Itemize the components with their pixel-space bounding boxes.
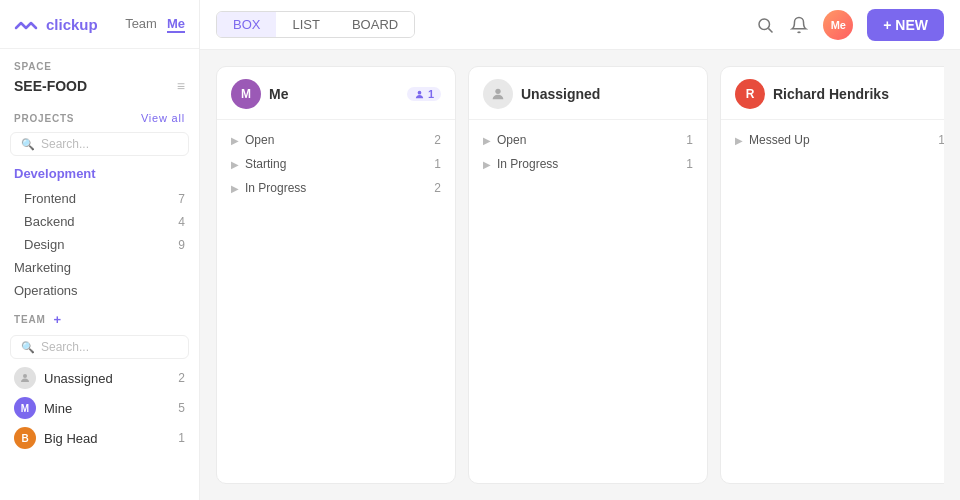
board-col-richard: RRichard Hendriks▶ Messed Up 1	[720, 66, 944, 484]
user-avatar[interactable]: Me	[823, 10, 853, 40]
status-name: In Progress	[497, 157, 680, 171]
svg-point-4	[495, 89, 500, 94]
bighead-label: Big Head	[44, 431, 97, 446]
status-name: In Progress	[245, 181, 428, 195]
space-name: SEE-FOOD ≡	[0, 76, 199, 104]
tab-box[interactable]: BOX	[217, 12, 276, 37]
col-header-me: MMe 1	[217, 67, 455, 120]
status-count: 2	[434, 133, 441, 147]
col-name-richard: Richard Hendriks	[773, 86, 944, 102]
chevron-right-icon: ▶	[231, 183, 239, 194]
sidebar-logo-area: clickup Team Me	[0, 0, 199, 49]
topbar-left: BOX LIST BOARD	[216, 11, 415, 38]
status-row-richard-0[interactable]: ▶ Messed Up 1	[721, 128, 944, 152]
team-search-box[interactable]: 🔍 Search...	[10, 335, 189, 359]
col-body-richard: ▶ Messed Up 1	[721, 120, 944, 483]
col-name-me: Me	[269, 86, 399, 102]
status-count: 1	[938, 133, 944, 147]
sidebar-item-design[interactable]: Design 9	[0, 233, 199, 256]
status-count: 2	[434, 181, 441, 195]
col-avatar-me: M	[231, 79, 261, 109]
team-search-placeholder: Search...	[41, 340, 89, 354]
col-body-me: ▶ Open 2▶ Starting 1▶ In Progress 2	[217, 120, 455, 483]
tab-board[interactable]: BOARD	[336, 12, 414, 37]
unassigned-avatar	[14, 367, 36, 389]
status-row-me-1[interactable]: ▶ Starting 1	[217, 152, 455, 176]
sidebar-item-backend[interactable]: Backend 4	[0, 210, 199, 233]
status-row-unassigned-0[interactable]: ▶ Open 1	[469, 128, 707, 152]
team-nav[interactable]: Team	[125, 16, 157, 33]
main-area: BOX LIST BOARD Me + NEW MMe 1▶ Open 2▶ S…	[200, 0, 960, 500]
status-count: 1	[434, 157, 441, 171]
bighead-avatar: B	[14, 427, 36, 449]
col-avatar-richard: R	[735, 79, 765, 109]
col-body-unassigned: ▶ Open 1▶ In Progress 1	[469, 120, 707, 483]
topbar-right: Me + NEW	[755, 9, 944, 41]
chevron-right-icon: ▶	[231, 159, 239, 170]
sidebar-item-frontend[interactable]: Frontend 7	[0, 187, 199, 210]
status-row-me-2[interactable]: ▶ In Progress 2	[217, 176, 455, 200]
chevron-right-icon: ▶	[231, 135, 239, 146]
status-name: Open	[497, 133, 680, 147]
board-content: MMe 1▶ Open 2▶ Starting 1▶ In Progress 2…	[200, 50, 960, 500]
svg-point-0	[23, 374, 27, 378]
mine-avatar: M	[14, 397, 36, 419]
notification-icon[interactable]	[789, 15, 809, 35]
status-row-unassigned-1[interactable]: ▶ In Progress 1	[469, 152, 707, 176]
unassigned-label: Unassigned	[44, 371, 113, 386]
team-member-mine[interactable]: M Mine 5	[0, 393, 199, 423]
col-avatar-unassigned	[483, 79, 513, 109]
space-label: SPACE	[0, 49, 199, 76]
team-section-header: TEAM +	[0, 302, 199, 331]
bighead-count: 1	[178, 431, 185, 445]
search-icon[interactable]	[755, 15, 775, 35]
view-all-link[interactable]: View all	[141, 112, 185, 124]
space-options-icon[interactable]: ≡	[177, 78, 185, 94]
topbar: BOX LIST BOARD Me + NEW	[200, 0, 960, 50]
view-tabs: BOX LIST BOARD	[216, 11, 415, 38]
svg-line-2	[769, 28, 773, 32]
new-button[interactable]: + NEW	[867, 9, 944, 41]
status-row-me-0[interactable]: ▶ Open 2	[217, 128, 455, 152]
project-search-box[interactable]: 🔍 Search...	[10, 132, 189, 156]
svg-point-3	[418, 90, 422, 94]
team-member-unassigned[interactable]: Unassigned 2	[0, 363, 199, 393]
unassigned-count: 2	[178, 371, 185, 385]
sidebar-item-marketing[interactable]: Marketing	[0, 256, 199, 279]
search-icon: 🔍	[21, 138, 35, 151]
sidebar-item-operations[interactable]: Operations	[0, 279, 199, 302]
svg-point-1	[759, 19, 770, 30]
app-name: clickup	[46, 16, 98, 33]
board-scroll: MMe 1▶ Open 2▶ Starting 1▶ In Progress 2…	[216, 66, 944, 484]
mine-count: 5	[178, 401, 185, 415]
status-name: Open	[245, 133, 428, 147]
col-header-unassigned: Unassigned	[469, 67, 707, 120]
col-badge-me: 1	[407, 87, 441, 101]
chevron-right-icon: ▶	[483, 135, 491, 146]
status-count: 1	[686, 157, 693, 171]
tab-list[interactable]: LIST	[276, 12, 335, 37]
mine-label: Mine	[44, 401, 72, 416]
board-col-unassigned: Unassigned▶ Open 1▶ In Progress 1	[468, 66, 708, 484]
status-name: Messed Up	[749, 133, 932, 147]
sidebar: clickup Team Me SPACE SEE-FOOD ≡ PROJECT…	[0, 0, 200, 500]
board-col-me: MMe 1▶ Open 2▶ Starting 1▶ In Progress 2	[216, 66, 456, 484]
status-count: 1	[686, 133, 693, 147]
active-project[interactable]: Development	[0, 160, 199, 187]
team-member-bighead[interactable]: B Big Head 1	[0, 423, 199, 453]
col-name-unassigned: Unassigned	[521, 86, 693, 102]
projects-header: PROJECTS View all	[0, 104, 199, 128]
status-name: Starting	[245, 157, 428, 171]
add-team-icon[interactable]: +	[54, 312, 62, 327]
chevron-right-icon: ▶	[735, 135, 743, 146]
me-nav[interactable]: Me	[167, 16, 185, 33]
col-header-richard: RRichard Hendriks	[721, 67, 944, 120]
team-search-icon: 🔍	[21, 341, 35, 354]
clickup-logo-icon	[14, 12, 38, 36]
chevron-right-icon: ▶	[483, 159, 491, 170]
project-search-placeholder: Search...	[41, 137, 89, 151]
